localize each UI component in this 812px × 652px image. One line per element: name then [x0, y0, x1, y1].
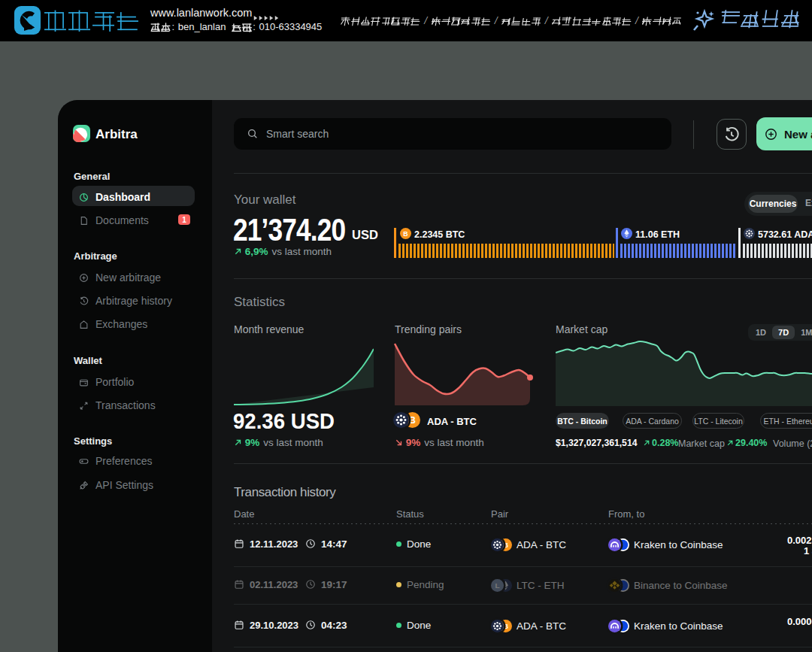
svg-text:L: L — [495, 581, 499, 590]
svg-text:B: B — [409, 415, 416, 426]
svg-text:B: B — [403, 230, 408, 238]
